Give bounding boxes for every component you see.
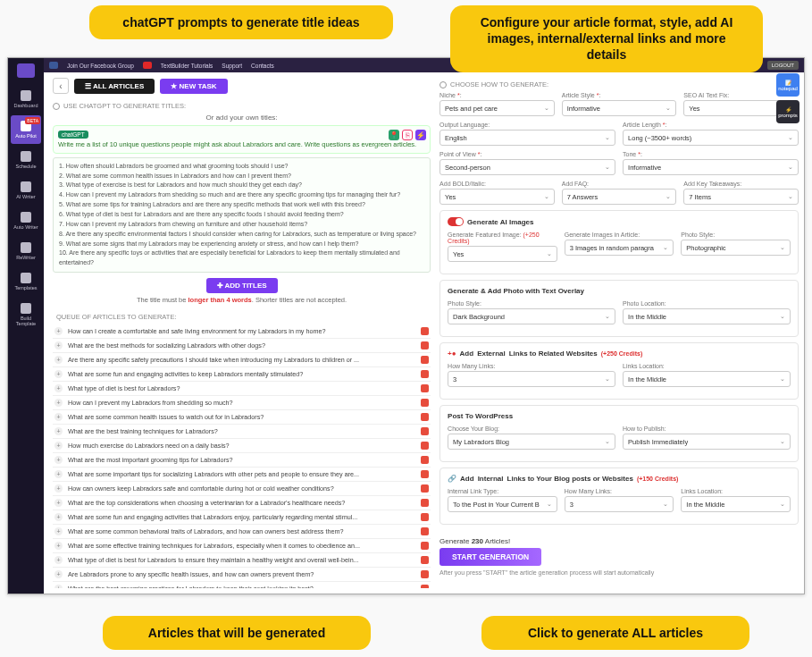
queue-row[interactable]: +How can I create a comfortable and safe… [53, 324, 431, 339]
queue-row[interactable]: +How can owners keep Labradors safe and … [53, 482, 431, 496]
delete-icon[interactable] [421, 513, 429, 521]
queue-row[interactable]: +What are some effective training techni… [53, 539, 431, 553]
expand-icon[interactable]: + [54, 527, 63, 535]
queue-row[interactable]: +What are the best methods for socializi… [53, 339, 431, 353]
pov-select[interactable]: Second-person⌄ [439, 159, 615, 175]
delete-icon[interactable] [421, 341, 429, 350]
queue-row[interactable]: +What type of diet is best for Labradors… [53, 553, 431, 568]
sidebar-item-aiwriter[interactable]: AI Writer [11, 176, 41, 205]
ext-location-select[interactable]: In the Middle⌄ [623, 371, 791, 387]
expand-icon[interactable]: + [54, 499, 63, 507]
sidebar-item-schedule[interactable]: Schedule [11, 146, 41, 174]
tone-select[interactable]: Informative⌄ [623, 159, 799, 175]
ext-howmany-select[interactable]: 3⌄ [448, 371, 615, 387]
delete-icon[interactable] [421, 470, 429, 478]
ai-images-toggle[interactable] [448, 217, 464, 226]
expand-icon[interactable]: + [54, 585, 63, 588]
expand-icon[interactable]: + [54, 513, 63, 521]
sidebar-item-buildtemplate[interactable]: Build Template [11, 298, 41, 332]
delete-icon[interactable] [421, 427, 429, 435]
queue-row[interactable]: +What type of diet is best for Labradors… [53, 382, 431, 396]
photo-style-select[interactable]: Photographic⌄ [681, 240, 791, 256]
expand-icon[interactable]: + [54, 370, 63, 378]
expand-icon[interactable]: + [54, 470, 63, 478]
expand-icon[interactable]: + [54, 427, 63, 435]
topbar-tutorials-link[interactable]: TextBuilder Tutorials [161, 63, 213, 69]
expand-icon[interactable]: + [54, 442, 63, 450]
queue-row[interactable]: +Are there any specific safety precautio… [53, 353, 431, 367]
length-select[interactable]: Long (~3500+ words)⌄ [623, 130, 799, 146]
queue-row[interactable]: +What are some fun and engaging activiti… [53, 510, 431, 525]
takeaways-select[interactable]: 7 Items⌄ [683, 189, 799, 205]
edge-prompts-button[interactable]: ⚡prompts [776, 100, 799, 123]
delete-icon[interactable] [421, 484, 429, 493]
blog-select[interactable]: My Labradors Blog⌄ [448, 434, 615, 450]
queue-row[interactable]: +How can I prevent my Labradors from she… [53, 396, 431, 410]
expand-icon[interactable]: + [54, 356, 63, 364]
edge-notepad-button[interactable]: 📝notepad [776, 73, 799, 97]
delete-icon[interactable] [421, 370, 429, 378]
queue-row[interactable]: +How much exercise do Labradors need on … [53, 439, 431, 453]
add-titles-button[interactable]: ✚ ADD TITLES [206, 278, 278, 293]
expand-icon[interactable]: + [54, 570, 63, 578]
expand-icon[interactable]: + [54, 484, 63, 493]
niche-select[interactable]: Pets and pet care⌄ [439, 100, 555, 116]
delete-icon[interactable] [421, 327, 429, 335]
delete-icon[interactable] [421, 399, 429, 407]
sidebar-item-autowriter[interactable]: Auto Writer [11, 206, 41, 235]
logout-button[interactable]: LOGOUT [767, 61, 799, 70]
queue-row[interactable]: +What are the best training techniques f… [53, 425, 431, 439]
queue-row[interactable]: +What are some important tips for social… [53, 467, 431, 482]
expand-icon[interactable]: + [54, 413, 63, 421]
delete-icon[interactable] [421, 413, 429, 421]
back-button[interactable]: ‹ [53, 78, 69, 94]
topbar-facebook-link[interactable]: Join Our Facebook Group [67, 63, 134, 69]
delete-icon[interactable] [421, 499, 429, 507]
topbar-contacts-link[interactable]: Contacts [251, 63, 274, 69]
queue-row[interactable]: +What are the most important grooming ti… [53, 453, 431, 467]
delete-icon[interactable] [421, 542, 429, 550]
bold-select[interactable]: Yes⌄ [439, 189, 555, 205]
delete-icon[interactable] [421, 556, 429, 564]
sidebar-item-dashboard[interactable]: Dashboard [11, 85, 41, 114]
lang-select[interactable]: English⌄ [439, 130, 615, 146]
prompt-copy-icon[interactable]: ⎘ [402, 130, 413, 140]
featured-image-select[interactable]: Yes⌄ [448, 246, 557, 262]
delete-icon[interactable] [421, 456, 429, 464]
images-in-article-select[interactable]: 3 Images in random paragra⌄ [565, 240, 674, 256]
chatgpt-prompt-box[interactable]: chatGPT Write me a list of 10 unique que… [53, 125, 431, 154]
int-location-select[interactable]: In the Middle⌄ [681, 496, 791, 512]
queue-row[interactable]: +What are some common health issues to w… [53, 410, 431, 425]
delete-icon[interactable] [421, 585, 429, 588]
queue-row[interactable]: +What are some fun and engaging activiti… [53, 367, 431, 382]
expand-icon[interactable]: + [54, 542, 63, 550]
expand-icon[interactable]: + [54, 399, 63, 407]
queue-row[interactable]: +What are the best grooming practices fo… [53, 582, 431, 588]
int-type-select[interactable]: To the Post in Your Current B⌄ [448, 496, 557, 512]
new-task-button[interactable]: ★ NEW TASK [160, 79, 227, 94]
expand-icon[interactable]: + [54, 341, 63, 350]
int-howmany-select[interactable]: 3⌄ [565, 496, 674, 512]
expand-icon[interactable]: + [54, 384, 63, 392]
sidebar-item-rewriter[interactable]: ReWriter [11, 237, 41, 265]
start-generation-button[interactable]: START GENERATION [439, 548, 541, 566]
expand-icon[interactable]: + [54, 456, 63, 464]
sidebar-item-templates[interactable]: Templates [11, 267, 41, 296]
delete-icon[interactable] [421, 384, 429, 392]
delete-icon[interactable] [421, 442, 429, 450]
delete-icon[interactable] [421, 356, 429, 364]
sidebar-item-autopilot[interactable]: BETAAuto Pilot [11, 115, 41, 144]
queue-row[interactable]: +Are Labradors prone to any specific hea… [53, 568, 431, 582]
overlay-style-select[interactable]: Dark Background⌄ [448, 308, 615, 324]
delete-icon[interactable] [421, 527, 429, 535]
topbar-support-link[interactable]: Support [222, 63, 242, 69]
prompt-run-icon[interactable]: ⚡ [415, 130, 426, 140]
publish-select[interactable]: Publish Immediately⌄ [623, 434, 791, 450]
expand-icon[interactable]: + [54, 327, 63, 335]
queue-row[interactable]: +What are some common behavioral traits … [53, 525, 431, 539]
faq-select[interactable]: 7 Answers⌄ [562, 189, 677, 205]
prompt-pin-icon[interactable]: 📍 [389, 130, 399, 140]
expand-icon[interactable]: + [54, 556, 63, 564]
all-articles-button[interactable]: ☰ ALL ARTICLES [74, 79, 155, 94]
queue-row[interactable]: +What are the top considerations when ch… [53, 496, 431, 510]
